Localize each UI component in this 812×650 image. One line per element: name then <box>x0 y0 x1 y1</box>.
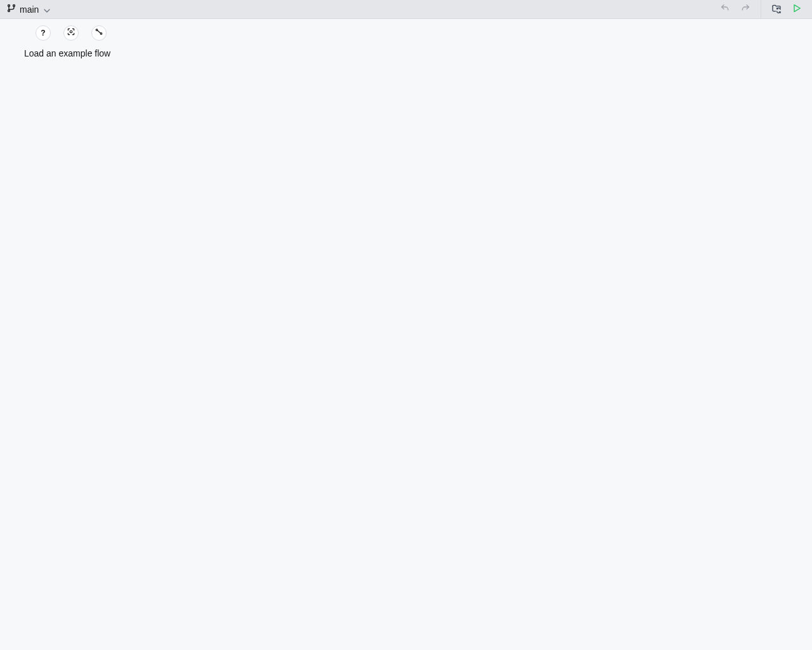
toolbar-separator <box>761 0 761 19</box>
run-button[interactable] <box>788 1 806 18</box>
play-icon <box>792 3 802 16</box>
connections-button[interactable] <box>91 25 107 41</box>
top-bar-left: main <box>6 3 49 15</box>
branch-selector[interactable]: main <box>6 3 49 15</box>
top-bar: main <box>0 0 812 19</box>
nodes-icon <box>95 27 103 39</box>
refresh-folder-button[interactable] <box>768 1 785 18</box>
scan-button[interactable] <box>63 25 79 41</box>
question-icon: ? <box>41 29 45 37</box>
flow-canvas[interactable] <box>0 58 812 650</box>
top-bar-right <box>716 0 806 19</box>
branch-icon <box>6 3 16 15</box>
undo-button[interactable] <box>716 1 734 18</box>
branch-label: main <box>20 4 39 15</box>
svg-marker-3 <box>794 4 800 11</box>
scan-icon <box>67 27 75 39</box>
chevron-down-icon <box>42 6 49 13</box>
undo-icon <box>720 3 730 16</box>
svg-point-4 <box>70 30 72 33</box>
help-button[interactable]: ? <box>36 25 51 41</box>
redo-button[interactable] <box>737 1 754 18</box>
folder-sync-icon <box>771 3 782 16</box>
redo-icon <box>740 3 750 16</box>
canvas-toolbar: ? <box>0 19 812 41</box>
hint-text: Load an example flow <box>0 41 812 58</box>
